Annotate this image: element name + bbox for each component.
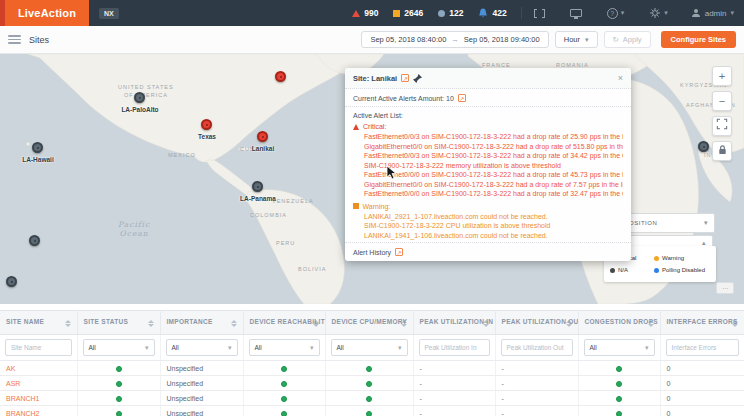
site-marker[interactable] xyxy=(6,276,17,287)
peak-out-value: - xyxy=(495,391,578,406)
external-link-icon[interactable]: ↗ xyxy=(395,248,403,256)
sites-map[interactable]: UNITED STATES OF AMERICA MEXICO CUBA VEN… xyxy=(0,54,744,304)
info-circle-icon xyxy=(438,10,445,17)
alert-history-link[interactable]: Alert History xyxy=(353,249,391,256)
warning-counter[interactable]: 2646 xyxy=(393,8,423,18)
settings-menu[interactable]: ▾ xyxy=(637,0,680,26)
ocean-label: Pacific Ocean xyxy=(118,220,150,238)
col-device-reachability[interactable]: DEVICE REACHABILITY xyxy=(243,311,325,335)
info-counter[interactable]: 122 xyxy=(438,8,463,18)
fit-view-button[interactable] xyxy=(712,116,732,136)
caret-down-icon: ▾ xyxy=(310,344,314,352)
lock-button[interactable] xyxy=(712,141,732,161)
caret-down-icon: ▾ xyxy=(645,344,649,352)
reachability-filter-select[interactable]: All▾ xyxy=(249,339,320,356)
date-range-picker[interactable]: Sep 05, 2018 08:40:00 → Sep 05, 2018 09:… xyxy=(361,31,548,48)
peak-out-filter-input[interactable]: Peak Utilization Out xyxy=(501,339,573,356)
status-up-dot xyxy=(281,381,287,387)
col-interface-errors[interactable]: INTERFACE ERRORS xyxy=(660,311,744,335)
peak-out-value: - xyxy=(495,376,578,391)
status-up-dot xyxy=(366,411,372,416)
col-site-status[interactable]: SITE STATUS xyxy=(77,311,160,335)
cpu-memory-filter-select[interactable]: All▾ xyxy=(331,339,408,356)
country-label: VENEZUELA xyxy=(272,198,314,204)
external-link-icon[interactable]: ↗ xyxy=(401,74,409,82)
site-name-link[interactable]: BRANCH1 xyxy=(6,395,39,402)
interface-errors-filter-input[interactable]: Interface Errors xyxy=(666,339,739,356)
importance-value: Unspecified xyxy=(160,391,243,406)
site-status-filter-select[interactable]: All▾ xyxy=(83,339,155,356)
importance-value: Unspecified xyxy=(160,376,243,391)
col-peak-utilization-out[interactable]: PEAK UTILIZATION OUT xyxy=(495,311,578,335)
zoom-out-button[interactable]: − xyxy=(712,91,732,111)
fullscreen-button[interactable] xyxy=(522,0,557,26)
liveaction-logo[interactable]: LiveAction xyxy=(5,0,89,26)
critical-triangle-icon xyxy=(352,10,360,17)
expand-icon xyxy=(716,118,728,130)
peak-in-value: - xyxy=(413,361,495,376)
col-congestion-drops[interactable]: CONGESTION DROPS xyxy=(578,311,660,335)
user-menu[interactable]: admin ▾ xyxy=(681,8,744,18)
lock-icon xyxy=(717,144,728,155)
close-icon[interactable]: × xyxy=(618,73,623,83)
site-marker-lanikai[interactable] xyxy=(257,131,268,142)
country-label: BOLIVIA xyxy=(298,266,326,272)
status-up-dot xyxy=(281,411,287,416)
site-name-filter-input[interactable]: Site Name xyxy=(5,339,72,356)
site-marker[interactable] xyxy=(29,235,40,246)
warning-alert-list: LANIKAI_2921_1-107.liveaction.com could … xyxy=(345,211,631,243)
map-attribution-button[interactable]: ⋯ xyxy=(716,282,734,294)
legend-polling-disabled: Polling Disabled xyxy=(654,264,710,276)
status-up-dot xyxy=(616,366,622,372)
sort-icon xyxy=(231,320,237,327)
alert-item: GigabitEthernet0/0 on SIM-C1900-172-18-3… xyxy=(364,142,623,152)
col-site-name[interactable]: SITE NAME xyxy=(0,311,77,335)
peak-out-value: - xyxy=(495,361,578,376)
site-marker-la-panama[interactable] xyxy=(252,181,263,192)
external-link-icon[interactable]: ↗ xyxy=(458,94,466,102)
col-importance[interactable]: IMPORTANCE xyxy=(160,311,243,335)
alert-counters: 990 2646 122 422 xyxy=(352,0,506,26)
status-up-dot xyxy=(366,381,372,387)
peak-out-value: - xyxy=(495,406,578,416)
configure-sites-button[interactable]: Configure Sites xyxy=(661,31,736,48)
bell-icon xyxy=(478,8,488,19)
caret-down-icon: ▾ xyxy=(145,344,149,352)
site-marker-la-hawaii[interactable] xyxy=(32,142,43,153)
notification-counter[interactable]: 422 xyxy=(478,8,506,19)
site-name-link[interactable]: AK xyxy=(6,365,15,372)
site-marker-critical[interactable] xyxy=(275,71,286,82)
breadcrumb: Sites xyxy=(29,35,49,45)
country-label: MEXICO xyxy=(168,152,196,158)
col-peak-utilization-in[interactable]: PEAK UTILIZATION IN xyxy=(413,311,495,335)
status-up-dot xyxy=(116,411,122,416)
site-name-link[interactable]: BRANCH2 xyxy=(6,410,39,416)
site-popup: Site: Lanikai ↗ × Current Active Alerts … xyxy=(345,68,631,261)
col-device-cpu-memory[interactable]: DEVICE CPU/MEMORY xyxy=(325,311,413,335)
menu-icon[interactable] xyxy=(8,35,21,44)
peak-in-filter-input[interactable]: Peak Utilization In xyxy=(419,339,490,356)
alert-item: FastEthernet0/0/0 on SIM-C1900-172-18-3-… xyxy=(364,170,623,180)
help-menu[interactable]: ? ▾ xyxy=(595,0,637,26)
importance-filter-select[interactable]: All▾ xyxy=(166,339,238,356)
country-label: UNITED STATES xyxy=(118,84,174,90)
caret-down-icon: ▾ xyxy=(704,219,708,227)
site-marker-la-paloalto[interactable] xyxy=(134,92,145,103)
alert-item: LANIKAI_1941_1-106.liveaction.com could … xyxy=(364,231,623,241)
congestion-filter-select[interactable]: All▾ xyxy=(584,339,655,356)
site-name-link[interactable]: ASR xyxy=(6,380,20,387)
pin-icon[interactable] xyxy=(413,74,422,83)
zoom-in-button[interactable]: + xyxy=(712,66,732,86)
apply-button[interactable]: ↻ Apply xyxy=(604,31,651,48)
alert-list-label: Active Alert List: xyxy=(345,107,631,121)
date-start: Sep 05, 2018 08:40:00 xyxy=(370,35,446,44)
interface-errors-value: 0 xyxy=(660,361,744,376)
display-button[interactable] xyxy=(558,0,594,26)
critical-counter[interactable]: 990 xyxy=(352,8,378,18)
alerts-amount-row: Current Active Alerts Amount: 10 ↗ xyxy=(345,89,631,107)
site-marker[interactable] xyxy=(698,141,709,152)
polling-disabled-dot-icon xyxy=(654,268,659,273)
status-up-dot xyxy=(281,396,287,402)
interval-select[interactable]: Hour ▾ xyxy=(555,31,598,48)
site-marker-texas[interactable] xyxy=(201,119,212,130)
